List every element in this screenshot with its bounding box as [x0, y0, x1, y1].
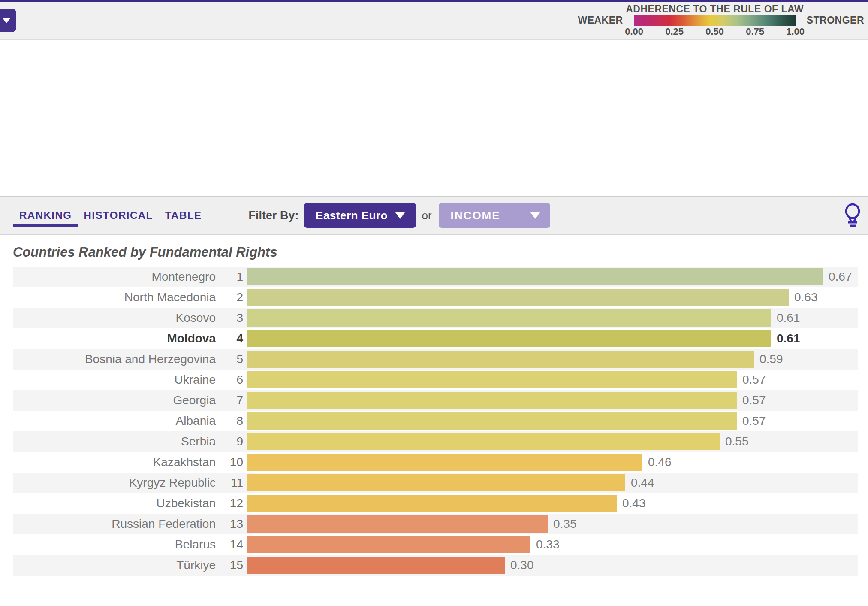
- country-row[interactable]: Türkiye150.30: [13, 555, 858, 576]
- or-label: or: [422, 209, 431, 222]
- score-value: 0.63: [794, 291, 818, 304]
- country-rank: 6: [216, 373, 243, 387]
- region-filter-value: Eastern Euro: [316, 209, 388, 222]
- score-value: 0.67: [829, 270, 852, 284]
- menu-dropdown-button[interactable]: [0, 9, 16, 32]
- legend-tick: 1.00: [786, 26, 805, 37]
- country-name: Ukraine: [13, 373, 216, 387]
- score-value: 0.35: [553, 517, 577, 531]
- country-rank: 13: [216, 517, 243, 531]
- country-rank: 7: [216, 394, 243, 407]
- view-tabs: RANKING HISTORICAL TABLE: [13, 204, 208, 227]
- legend-title: ADHERENCE TO THE RULE OF LAW: [626, 3, 804, 15]
- country-row[interactable]: Ukraine60.57: [13, 370, 858, 390]
- hint-button[interactable]: [844, 203, 861, 227]
- score-value: 0.57: [742, 414, 766, 428]
- score-bar[interactable]: [247, 454, 642, 471]
- score-value: 0.57: [742, 373, 766, 387]
- legend-tick: 0.50: [705, 26, 724, 37]
- country-name: Russian Federation: [13, 517, 216, 531]
- score-bar[interactable]: [247, 557, 505, 574]
- tab-historical[interactable]: HISTORICAL: [78, 204, 159, 227]
- country-rank: 11: [216, 476, 243, 490]
- score-bar[interactable]: [247, 536, 530, 553]
- country-rank: 2: [216, 291, 243, 304]
- income-filter-value: INCOME: [451, 209, 500, 222]
- country-rank: 1: [216, 270, 243, 284]
- ranking-bar-chart: Montenegro10.67North Macedonia20.63Kosov…: [13, 267, 858, 576]
- filter-by-label: Filter By:: [248, 209, 298, 222]
- legend-tick-row: 0.00 0.25 0.50 0.75 1.00: [634, 26, 796, 36]
- score-bar[interactable]: [247, 433, 720, 450]
- tab-ranking[interactable]: RANKING: [13, 204, 78, 227]
- score-bar[interactable]: [247, 330, 771, 347]
- country-name: Bosnia and Herzegovina: [13, 352, 216, 366]
- score-bar[interactable]: [247, 412, 737, 430]
- lightbulb-icon: [844, 203, 861, 227]
- country-row[interactable]: Kyrgyz Republic110.44: [13, 473, 858, 493]
- country-rank: 12: [216, 497, 243, 510]
- country-rank: 14: [216, 538, 243, 551]
- country-rank: 4: [216, 332, 243, 345]
- country-row[interactable]: Moldova40.61: [13, 328, 858, 349]
- country-row[interactable]: Montenegro10.67: [13, 267, 858, 287]
- country-name: Kosovo: [13, 311, 216, 325]
- tab-table[interactable]: TABLE: [159, 204, 208, 227]
- score-bar[interactable]: [247, 495, 617, 512]
- score-value: 0.61: [777, 311, 800, 325]
- region-filter-dropdown[interactable]: Eastern Euro: [304, 203, 416, 228]
- country-row[interactable]: Kazakhstan100.46: [13, 452, 858, 473]
- country-name: Albania: [13, 414, 216, 428]
- country-rank: 3: [216, 311, 243, 325]
- score-value: 0.61: [777, 332, 800, 345]
- rule-of-law-legend: ADHERENCE TO THE RULE OF LAW WEAKER STRO…: [578, 3, 864, 36]
- legend-weaker-label: WEAKER: [578, 15, 623, 26]
- score-value: 0.55: [725, 435, 749, 448]
- score-bar[interactable]: [247, 351, 754, 368]
- score-value: 0.57: [742, 394, 766, 407]
- score-value: 0.59: [760, 352, 783, 366]
- chevron-down-icon: [2, 18, 11, 23]
- country-row[interactable]: Albania80.57: [13, 411, 858, 431]
- chevron-down-icon: [395, 212, 405, 219]
- legend-tick: 0.75: [746, 26, 764, 37]
- country-row[interactable]: Kosovo30.61: [13, 308, 858, 328]
- country-name: Uzbekistan: [13, 497, 216, 510]
- toolbar: RANKING HISTORICAL TABLE Filter By: East…: [0, 196, 868, 235]
- country-name: Belarus: [13, 538, 216, 551]
- country-name: Serbia: [13, 435, 216, 448]
- country-row[interactable]: Georgia70.57: [13, 390, 858, 411]
- country-row[interactable]: Bosnia and Herzegovina50.59: [13, 349, 858, 370]
- country-row[interactable]: Uzbekistan120.43: [13, 493, 858, 514]
- country-name: Montenegro: [13, 270, 216, 284]
- score-bar[interactable]: [247, 515, 548, 533]
- score-bar[interactable]: [247, 392, 737, 409]
- country-row[interactable]: North Macedonia20.63: [13, 287, 858, 308]
- score-bar[interactable]: [247, 371, 737, 388]
- country-name: Kyrgyz Republic: [13, 476, 216, 490]
- country-rank: 5: [216, 352, 243, 366]
- score-bar[interactable]: [247, 289, 789, 306]
- legend-tick: 0.25: [665, 26, 684, 37]
- score-value: 0.43: [622, 497, 646, 510]
- country-row[interactable]: Serbia90.55: [13, 431, 858, 452]
- score-bar[interactable]: [247, 474, 625, 491]
- legend-tick: 0.00: [625, 26, 643, 37]
- country-rank: 10: [216, 455, 243, 469]
- income-filter-dropdown[interactable]: INCOME: [439, 203, 550, 228]
- country-name: Moldova: [13, 332, 216, 345]
- top-header-bar: ADHERENCE TO THE RULE OF LAW WEAKER STRO…: [0, 0, 868, 40]
- score-bar[interactable]: [247, 309, 771, 327]
- country-name: Türkiye: [13, 558, 216, 572]
- country-name: Kazakhstan: [13, 455, 216, 469]
- country-name: Georgia: [13, 394, 216, 407]
- country-name: North Macedonia: [13, 291, 216, 304]
- country-row[interactable]: Russian Federation130.35: [13, 514, 858, 534]
- rule-of-law-gradient: [634, 15, 796, 26]
- country-row[interactable]: Belarus140.33: [13, 534, 858, 555]
- country-rank: 15: [216, 558, 243, 572]
- legend-stronger-label: STRONGER: [807, 15, 864, 26]
- score-bar[interactable]: [247, 268, 823, 285]
- country-rank: 8: [216, 414, 243, 428]
- country-rank: 9: [216, 435, 243, 448]
